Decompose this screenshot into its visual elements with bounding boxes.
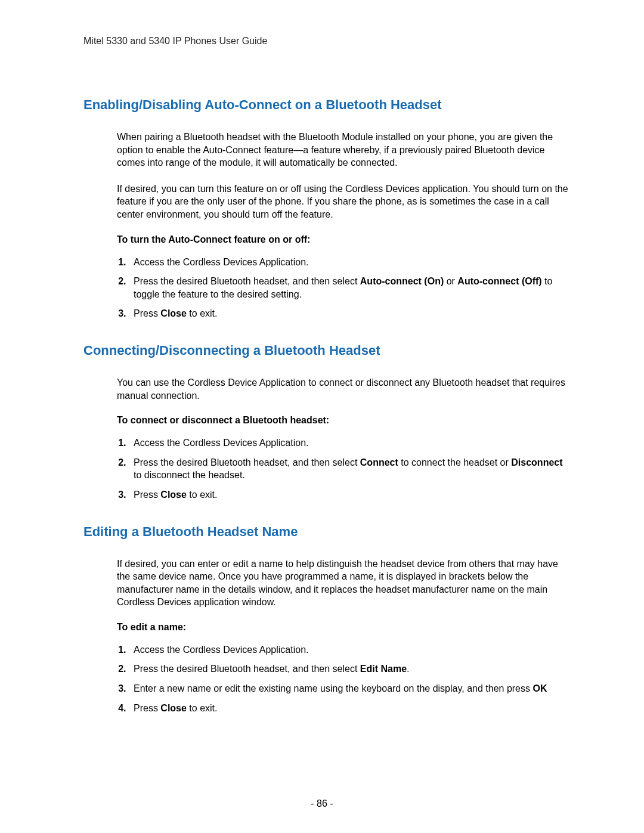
procedure-heading: To turn the Auto-Connect feature on or o…	[117, 234, 572, 245]
bold-text: OK	[532, 683, 547, 693]
procedure-heading: To connect or disconnect a Bluetooth hea…	[117, 415, 572, 426]
list-item: Press Close to exit.	[129, 307, 572, 320]
section-heading-auto-connect: Enabling/Disabling Auto-Connect on a Blu…	[83, 97, 572, 113]
text: Press	[134, 703, 160, 713]
text: .	[407, 664, 409, 674]
paragraph: You can use the Cordless Device Applicat…	[117, 376, 572, 402]
section-heading-editing-name: Editing a Bluetooth Headset Name	[83, 524, 572, 540]
list-item: Press the desired Bluetooth headset, and…	[129, 662, 572, 676]
list-item: Press the desired Bluetooth headset, and…	[129, 275, 572, 301]
text: to connect the headset or	[398, 457, 511, 467]
bold-text: Edit Name	[360, 664, 407, 674]
paragraph: When pairing a Bluetooth headset with th…	[117, 131, 572, 169]
text: Press	[134, 308, 160, 318]
list-item: Access the Cordless Devices Application.	[129, 643, 572, 657]
bold-text: Auto-connect (On)	[360, 276, 444, 286]
text: Press	[134, 490, 160, 500]
procedure-heading: To edit a name:	[117, 622, 572, 633]
procedure-list: Access the Cordless Devices Application.…	[129, 643, 572, 714]
page-number: - 86 -	[0, 798, 644, 809]
list-item: Access the Cordless Devices Application.	[129, 256, 572, 269]
list-item: Enter a new name or edit the existing na…	[129, 682, 572, 695]
list-item: Press the desired Bluetooth headset, and…	[129, 456, 572, 482]
text: to exit.	[187, 490, 218, 500]
section-heading-connecting: Connecting/Disconnecting a Bluetooth Hea…	[83, 343, 572, 358]
bold-text: Close	[160, 703, 187, 713]
text: to exit.	[187, 703, 218, 713]
bold-text: Close	[160, 490, 187, 500]
text: Press the desired Bluetooth headset, and…	[134, 457, 360, 467]
list-item: Press Close to exit.	[129, 488, 572, 501]
text: to exit.	[187, 308, 218, 318]
bold-text: Connect	[360, 457, 398, 467]
bold-text: Close	[160, 308, 187, 318]
document-page: Mitel 5330 and 5340 IP Phones User Guide…	[0, 0, 644, 760]
text: Press the desired Bluetooth headset, and…	[134, 276, 360, 286]
paragraph: If desired, you can turn this feature on…	[117, 182, 572, 221]
list-item: Access the Cordless Devices Application.	[129, 436, 572, 450]
text: Press the desired Bluetooth headset, and…	[134, 664, 360, 674]
paragraph: If desired, you can enter or edit a name…	[117, 558, 572, 609]
procedure-list: Access the Cordless Devices Application.…	[129, 256, 572, 320]
bold-text: Auto-connect (Off)	[457, 276, 541, 286]
text: Enter a new name or edit the existing na…	[134, 683, 532, 693]
list-item: Press Close to exit.	[129, 702, 572, 715]
text: to disconnect the headset.	[134, 470, 245, 480]
procedure-list: Access the Cordless Devices Application.…	[129, 436, 572, 501]
running-header: Mitel 5330 and 5340 IP Phones User Guide	[83, 36, 572, 47]
bold-text: Disconnect	[511, 457, 562, 467]
text: or	[444, 276, 457, 286]
